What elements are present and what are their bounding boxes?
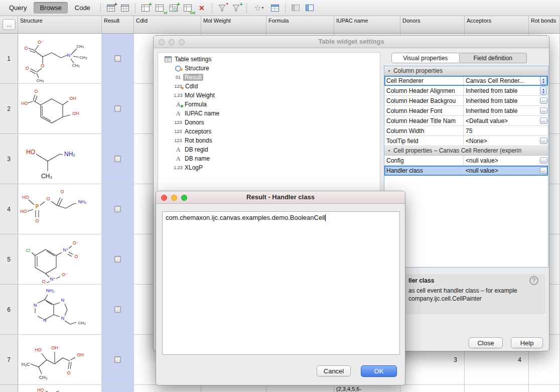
prop-value[interactable]: Canvas Cell Render... (464, 76, 539, 85)
prop-row-column-header-alignment[interactable]: Column Header Alignmen Inherited from ta… (384, 86, 548, 96)
add-list-field-icon[interactable]: + (167, 2, 180, 14)
close-dialog-button[interactable]: Close (469, 337, 503, 348)
filter-reset-icon[interactable]: • (216, 2, 229, 14)
cancel-button[interactable]: Cancel (317, 365, 351, 376)
prop-value[interactable]: 75 (464, 126, 539, 136)
structure-cell[interactable]: H₃C HO OH CH₃ OH O (18, 335, 102, 385)
column-header-formula[interactable]: Formula (266, 16, 334, 34)
ellipsis-button[interactable]: ... (540, 97, 547, 104)
zoom-button[interactable] (181, 195, 187, 201)
row-number[interactable]: 5 (0, 234, 18, 285)
table-add-icon[interactable]: + (104, 2, 117, 14)
column-header-donors[interactable]: Donors (400, 16, 465, 34)
row-number[interactable]: 7 (0, 335, 18, 385)
prop-value[interactable]: <None> (464, 136, 539, 146)
prop-value[interactable]: Inherited from table (464, 106, 539, 115)
result-cell[interactable] (102, 84, 134, 134)
tree-item-iupac-name[interactable]: A IUPAC name (158, 109, 380, 118)
tree-item-structure[interactable]: Structure (158, 64, 380, 73)
prop-value[interactable]: <null value> (464, 166, 539, 175)
add-extension-field-icon[interactable]: ext (181, 2, 194, 14)
result-checkbox[interactable] (114, 306, 121, 313)
tree-item-db-name[interactable]: A DB name (158, 154, 380, 163)
column-header-structure[interactable]: Structure (18, 16, 102, 34)
prop-row-config[interactable]: Config <null value> ... (384, 156, 548, 166)
ellipsis-button[interactable]: ... (540, 107, 547, 114)
result-checkbox[interactable] (114, 356, 121, 363)
add-field-icon[interactable]: + (139, 2, 152, 14)
table-corner-button[interactable]: ... (3, 19, 16, 30)
tree-item-acceptors[interactable]: 123 Acceptors (158, 127, 380, 136)
row-number[interactable]: 4 (0, 184, 18, 234)
minimize-button[interactable] (171, 195, 177, 201)
result-cell[interactable] (102, 335, 134, 385)
panel-blue-icon[interactable] (303, 2, 316, 14)
tab-field-definition[interactable]: Field definition (460, 53, 527, 63)
prop-row-column-width[interactable]: Column Width 75 (384, 126, 548, 136)
column-header-cdid[interactable]: CdId (134, 16, 201, 34)
row-number[interactable]: 2 (0, 84, 18, 134)
result-cell[interactable] (102, 385, 134, 392)
minimize-button[interactable] (169, 39, 175, 45)
add-chemical-terms-field-icon[interactable]: ct (153, 2, 166, 14)
panel-gray-icon[interactable] (289, 2, 302, 14)
structure-cell[interactable]: O⁻ O O O N⁺ CH₃ CH₃ CH₃ CH₃ (18, 34, 102, 84)
structure-cell[interactable]: Cl N⁺ O⁻ O N⁺ O⁻ O (18, 234, 102, 285)
column-header-acceptors[interactable]: Acceptors (465, 16, 529, 34)
result-checkbox[interactable] (114, 156, 121, 162)
result-cell[interactable] (102, 34, 134, 84)
handler-class-input[interactable]: com.chemaxon.ijc.canvas.examples.demo.Bo… (162, 211, 400, 355)
prop-row-cell-renderer[interactable]: Cell Renderer Canvas Cell Render... ▲▼ (384, 76, 548, 86)
filter-add-icon[interactable]: + (230, 2, 243, 14)
prop-row-column-header-font[interactable]: Column Header Font Inherited from table … (384, 106, 548, 116)
result-cell[interactable] (102, 234, 134, 285)
tab-browse[interactable]: Browse (34, 2, 67, 14)
ellipsis-button[interactable]: ... (540, 157, 547, 164)
column-header-iupac-name[interactable]: IUPAC name (334, 16, 400, 34)
settings-dialog-titlebar[interactable]: Table widget settings (154, 36, 549, 48)
tree-item-xlogp[interactable]: 1,23 XLogP (158, 163, 380, 172)
favorites-star-icon[interactable]: ☆ ▾ (250, 2, 267, 14)
table-cell[interactable] (266, 385, 334, 392)
result-cell[interactable] (102, 134, 134, 184)
stepper-control[interactable]: ▲▼ (540, 76, 547, 85)
table-cell[interactable] (529, 385, 560, 392)
table-icon[interactable] (118, 2, 131, 14)
prop-value[interactable]: Inherited from table (464, 86, 539, 95)
stepper-control[interactable]: ▲▼ (540, 86, 547, 95)
tab-code[interactable]: Code (69, 2, 96, 14)
help-icon[interactable]: ? (529, 276, 538, 285)
ellipsis-button[interactable]: ... (540, 117, 547, 124)
result-checkbox[interactable] (114, 105, 121, 112)
row-number[interactable]: 1 (0, 34, 18, 84)
row-number[interactable]: 8 (0, 385, 18, 392)
tree-item-db-regid[interactable]: A DB regid (158, 145, 380, 154)
section-cell-properties[interactable]: ▼ Cell properties – Canvas Cell Renderer… (384, 146, 548, 156)
tree-item-rot-bonds[interactable]: 123 Rot bonds (158, 136, 380, 145)
section-column-properties[interactable]: ▼ Column properties (384, 66, 548, 76)
structure-cell[interactable]: HO NH₂ CH₃ (18, 134, 102, 184)
tree-item-mol-weight[interactable]: 1,23 Mol Weight (158, 91, 380, 100)
prop-row-tooltip-field[interactable]: ToolTip field <None> ... (384, 136, 548, 146)
structure-cell[interactable]: O HO OH OH (18, 84, 102, 134)
tab-visual-properties[interactable]: Visual properties (391, 53, 460, 63)
tree-item-cdid[interactable]: 123 CdId (158, 82, 380, 91)
help-button[interactable]: Help (511, 337, 543, 348)
tree-item-formula[interactable]: A Formula (158, 100, 380, 109)
iupac-cell[interactable]: (2,3,4,5,6- (334, 385, 400, 392)
column-header-mol-weight[interactable]: Mol Weight (201, 16, 266, 34)
column-header-rot-bonds[interactable]: Rot bonds (529, 16, 560, 34)
tree-item-table-settings[interactable]: Table settings (158, 55, 380, 64)
structure-cell[interactable]: HO (18, 385, 102, 392)
result-checkbox[interactable] (114, 256, 121, 263)
structure-cell[interactable]: NH₂ N N N N CH₃ (18, 285, 102, 335)
table-cell[interactable] (201, 385, 266, 392)
close-button[interactable] (159, 39, 165, 45)
close-button[interactable] (161, 195, 167, 201)
ellipsis-button[interactable]: ... (540, 138, 547, 144)
prop-value[interactable]: <null value> (464, 156, 539, 165)
tab-query[interactable]: Query (3, 2, 33, 14)
result-checkbox[interactable] (114, 55, 121, 62)
tree-item-result[interactable]: 01 Result (158, 73, 380, 82)
zoom-button[interactable] (179, 39, 185, 45)
